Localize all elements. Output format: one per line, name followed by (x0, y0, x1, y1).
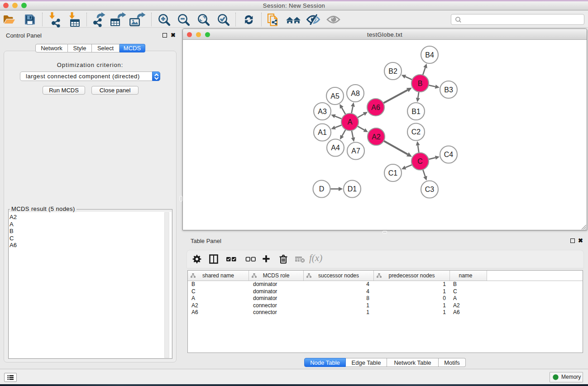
svg-text:D1: D1 (348, 185, 357, 193)
svg-text:C3: C3 (425, 186, 435, 193)
svg-text:A: A (348, 118, 353, 126)
svg-text:B1: B1 (411, 108, 421, 115)
svg-text:A4: A4 (331, 144, 340, 152)
svg-text:A2: A2 (372, 133, 381, 141)
svg-text:B2: B2 (388, 67, 397, 75)
svg-text:C4: C4 (444, 151, 454, 158)
svg-text:B4: B4 (425, 51, 434, 59)
svg-text:C: C (417, 157, 423, 165)
svg-text:B3: B3 (444, 86, 453, 94)
svg-text:A1: A1 (318, 129, 327, 136)
svg-text:A5: A5 (330, 92, 339, 100)
svg-text:A6: A6 (371, 104, 380, 111)
svg-text:A7: A7 (351, 147, 360, 155)
svg-text:A3: A3 (318, 108, 327, 115)
svg-text:C2: C2 (411, 128, 421, 136)
svg-text:C1: C1 (388, 169, 398, 177)
svg-text:B: B (418, 80, 423, 87)
svg-text:D: D (319, 185, 325, 193)
svg-text:A8: A8 (351, 90, 360, 97)
